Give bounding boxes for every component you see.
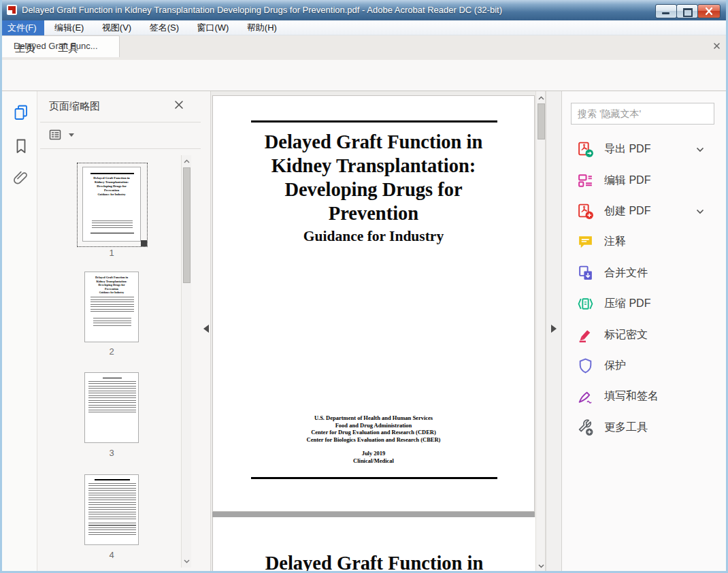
page-thumbnails-icon[interactable] [12, 103, 30, 121]
chevron-down-icon [695, 145, 705, 154]
main-toolbar: / 14 50.9% [0, 60, 728, 91]
redact-icon [577, 327, 594, 344]
thumbnail-options-button[interactable] [48, 128, 74, 144]
chevron-down-icon [695, 207, 705, 216]
thumbnail-page-number: 1 [37, 248, 186, 258]
scrollbar-thumb[interactable] [537, 103, 545, 140]
thumbnail-page-1-preview: Delayed Graft Function in Kidney Transpl… [82, 167, 141, 242]
comment-icon [577, 233, 594, 250]
search-tools-input[interactable] [571, 103, 714, 125]
left-rail [0, 91, 37, 573]
export-pdf-icon [577, 141, 594, 158]
tab-bar: 主页 工具 Delayed Graft Func... ? 登录 [0, 35, 728, 60]
create-pdf-icon [577, 203, 594, 220]
thumbnail-page-number: 2 [37, 346, 186, 357]
edit-pdf-icon [577, 172, 594, 189]
menu-bar: 文件(F) 编辑(E) 视图(V) 签名(S) 窗口(W) 帮助(H) [0, 20, 728, 35]
pdf-page-2: Delayed Graft Function in [212, 517, 535, 573]
maximize-button[interactable] [676, 4, 698, 18]
menu-help[interactable]: 帮助(H) [239, 20, 284, 35]
more-tools-icon [577, 419, 594, 436]
document-scrollbar[interactable] [535, 91, 546, 573]
divider [40, 122, 201, 122]
attachments-icon[interactable] [12, 169, 30, 186]
panel-close-icon[interactable] [173, 99, 184, 110]
acrobat-window: Delayed Graft Function in Kidney Transpl… [0, 0, 728, 573]
org-block: U.S. Department of Health and Human Serv… [213, 414, 534, 443]
horizontal-rule [251, 120, 497, 122]
horizontal-rule [251, 477, 497, 479]
tool-combine-files[interactable]: 合并文件 [562, 258, 727, 289]
close-icon [698, 5, 720, 18]
window-title: Delayed Graft Function in Kidney Transpl… [22, 5, 502, 15]
pdf-page-1: Delayed Graft Function in Kidney Transpl… [212, 95, 535, 512]
tool-create-pdf[interactable]: 创建 PDF [562, 196, 727, 227]
collapse-left-panel-icon[interactable] [203, 325, 209, 333]
tool-redact[interactable]: 标记密文 [562, 319, 727, 350]
thumbnail-page-2[interactable]: Delayed Graft Function in Kidney Transpl… [84, 272, 139, 342]
tool-fill-sign[interactable]: 填写和签名 [562, 381, 727, 412]
maximize-icon [683, 8, 693, 17]
scroll-up-icon[interactable] [183, 158, 191, 165]
panel-title: 页面缩略图 [49, 100, 100, 113]
chevron-down-icon [69, 133, 74, 137]
scroll-up-icon[interactable] [537, 95, 545, 102]
thumbnail-page-1[interactable]: Delayed Graft Function in Kidney Transpl… [77, 163, 148, 247]
tool-protect[interactable]: 保护 [562, 350, 727, 381]
fill-sign-icon [577, 388, 594, 405]
tool-comment[interactable]: 注释 [562, 227, 727, 257]
menu-sign[interactable]: 签名(S) [142, 20, 186, 35]
minimize-button[interactable] [655, 4, 677, 18]
tool-export-pdf[interactable]: 导出 PDF [562, 134, 727, 165]
tab-close-icon[interactable] [712, 42, 721, 50]
options-list-icon [48, 128, 63, 142]
thumbnail-page-number: 3 [37, 448, 186, 458]
document-title: Delayed Graft Function in Kidney Transpl… [213, 130, 534, 225]
tool-edit-pdf[interactable]: 编辑 PDF [562, 165, 727, 195]
page-thumbnails-panel: 页面缩略图 Delayed Graft Function in Kidney T… [37, 91, 211, 573]
scroll-down-icon[interactable] [537, 562, 545, 570]
divider [40, 148, 201, 149]
menu-file[interactable]: 文件(F) [0, 20, 44, 35]
page-separator [212, 512, 535, 517]
menu-edit[interactable]: 编辑(E) [47, 20, 91, 35]
tab-document-label: Delayed Graft Func... [14, 41, 98, 51]
document-area[interactable]: Delayed Graft Function in Kidney Transpl… [211, 91, 535, 573]
menu-window[interactable]: 窗口(W) [189, 20, 236, 35]
acrobat-logo-icon [7, 5, 17, 15]
protect-icon [577, 357, 594, 374]
combine-files-icon [577, 265, 594, 282]
right-gutter [546, 91, 561, 573]
tool-more-tools[interactable]: 更多工具 [562, 412, 727, 443]
scroll-down-icon[interactable] [183, 557, 191, 565]
tool-list: 导出 PDF 编辑 PDF 创建 PDF 注释 合并文件 [562, 134, 727, 443]
minimize-icon [662, 12, 669, 14]
thumbnail-page-3[interactable] [84, 372, 139, 443]
date-block: July 2019 Clinical/Medical [213, 450, 534, 464]
scrollbar-thumb[interactable] [183, 167, 191, 283]
document-subtitle: Guidance for Industry [213, 228, 534, 245]
collapse-right-panel-icon[interactable] [551, 325, 557, 333]
thumbnails-scrollbar[interactable] [181, 155, 191, 568]
bookmarks-icon[interactable] [12, 137, 30, 155]
thumbnail-resize-handle[interactable] [141, 240, 147, 246]
thumbnail-page-4[interactable] [84, 474, 139, 545]
title-bar[interactable]: Delayed Graft Function in Kidney Transpl… [0, 0, 728, 20]
page2-heading: Delayed Graft Function in [213, 553, 535, 573]
menu-view[interactable]: 视图(V) [95, 20, 139, 35]
tools-panel: 导出 PDF 编辑 PDF 创建 PDF 注释 合并文件 [561, 91, 726, 573]
thumbnail-page-number: 4 [37, 550, 186, 560]
tool-compress-pdf[interactable]: 压缩 PDF [562, 289, 727, 319]
compress-pdf-icon [577, 295, 594, 312]
close-button[interactable] [697, 4, 721, 18]
